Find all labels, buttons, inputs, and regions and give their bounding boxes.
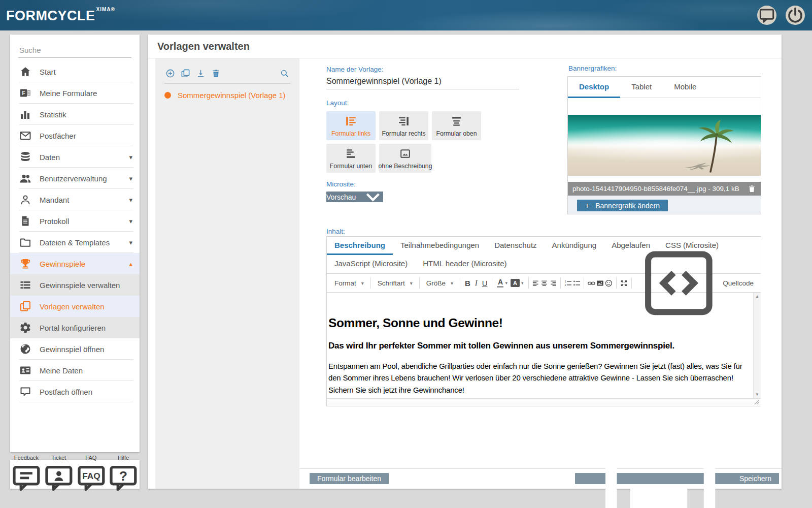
layout-option-formular-oben[interactable]: Formular oben bbox=[432, 111, 481, 140]
save-button[interactable]: Speichern bbox=[575, 473, 779, 484]
sidebar-item-benutzerverwaltung[interactable]: Benutzerverwaltung▾ bbox=[10, 168, 140, 189]
sidebar-item-protokoll[interactable]: Protokoll▾ bbox=[10, 210, 140, 232]
link-button[interactable] bbox=[587, 277, 596, 290]
sidebar-item-label: Mandant bbox=[40, 196, 69, 204]
layout-bottom-icon bbox=[345, 147, 357, 160]
sidebar-item-daten[interactable]: Daten▾ bbox=[10, 146, 140, 168]
layout-label: Layout: bbox=[326, 99, 490, 107]
bubble-person-icon bbox=[43, 462, 75, 494]
power-icon bbox=[786, 6, 805, 25]
sidebar-item-meine-formulare[interactable]: FMeine Formulare bbox=[10, 82, 140, 104]
download-template-button[interactable] bbox=[196, 69, 206, 78]
content-tab-javascript-microsite[interactable]: JavaScript (Microsite) bbox=[327, 255, 415, 273]
underline-button[interactable]: U bbox=[481, 277, 489, 290]
smiley-button[interactable] bbox=[604, 277, 613, 290]
sidebar-item-mandant[interactable]: Mandant▾ bbox=[10, 189, 140, 210]
microsite-preview-dropdown[interactable]: Vorschau bbox=[326, 192, 383, 202]
content-tab-datenschutz[interactable]: Datenschutz bbox=[487, 237, 544, 255]
help-item-ticket[interactable]: Ticket bbox=[43, 455, 75, 494]
sidebar-item-start[interactable]: Start bbox=[10, 61, 140, 82]
bg-color-button[interactable]: A▾ bbox=[509, 279, 525, 287]
layout-image-icon bbox=[399, 147, 412, 160]
ordered-list-button[interactable]: 12 bbox=[564, 277, 572, 290]
svg-text:1: 1 bbox=[565, 279, 566, 282]
align-center-button[interactable] bbox=[540, 277, 549, 290]
sidebar-item-gewinnspiele[interactable]: Gewinnspiele▴ bbox=[10, 253, 140, 274]
sidebar-item-postfaecher[interactable]: Postfächer bbox=[10, 125, 140, 146]
main-header: Vorlagen verwalten bbox=[148, 35, 782, 58]
layout-option-formular-unten[interactable]: Formular unten bbox=[326, 144, 376, 173]
maximize-button[interactable] bbox=[620, 277, 628, 290]
chevron-down-icon: ▾ bbox=[129, 217, 132, 225]
banner-tab-mobile[interactable]: Mobile bbox=[663, 77, 707, 98]
app-window: FORMCYCLEXIMA® StartFMeine FormulareStat… bbox=[0, 0, 812, 508]
user-icon bbox=[19, 194, 31, 206]
template-list-item[interactable]: Sommergewinnspiel (Vorlage 1) bbox=[155, 84, 299, 107]
sidebar-item-gewinnspiele-verwalten[interactable]: Gewinnspiele verwalten bbox=[10, 274, 140, 296]
add-template-button[interactable] bbox=[165, 69, 175, 78]
size-dropdown-label: Größe bbox=[426, 279, 446, 287]
layout-option-label: Formular unten bbox=[330, 163, 372, 170]
scroll-down-icon[interactable]: ▼ bbox=[754, 392, 761, 397]
unordered-list-button[interactable] bbox=[572, 277, 581, 290]
content-tab-html-header-microsite[interactable]: HTML header (Microsite) bbox=[415, 255, 514, 273]
sidebar-item-gewinnspiel-oeffnen[interactable]: Gewinnspiel öffnen bbox=[10, 338, 140, 360]
delete-banner-icon[interactable] bbox=[748, 184, 756, 193]
align-right-button[interactable] bbox=[549, 277, 557, 290]
text-color-button[interactable]: A▾ bbox=[495, 278, 509, 288]
chevron-down-icon bbox=[363, 187, 383, 207]
home-icon bbox=[19, 66, 31, 78]
help-item-hilfe[interactable]: Hilfe? bbox=[107, 455, 140, 494]
change-banner-button[interactable]: + Bannergrafik ändern bbox=[577, 200, 668, 211]
delete-template-button[interactable] bbox=[211, 69, 221, 78]
sidebar-item-dateien-templates[interactable]: Dateien & Templates▾ bbox=[10, 232, 140, 253]
sidebar-item-portal-konfigurieren[interactable]: Portal konfigurieren bbox=[10, 317, 140, 338]
search-icon[interactable] bbox=[280, 69, 289, 78]
layout-option-label: Formular links bbox=[331, 130, 370, 137]
font-dropdown[interactable]: Schriftart▾ bbox=[374, 279, 416, 287]
help-item-label: FAQ bbox=[85, 455, 96, 461]
content-tab-beschreibung[interactable]: Beschreibung bbox=[327, 237, 393, 255]
chevron-down-icon: ▾ bbox=[451, 280, 453, 286]
search-input[interactable] bbox=[18, 43, 131, 58]
microsite-preview-label: Vorschau bbox=[326, 193, 356, 201]
duplicate-template-button[interactable] bbox=[181, 69, 190, 78]
layout-option-label: Formular oben bbox=[436, 130, 477, 137]
layout-left-icon bbox=[345, 115, 357, 128]
format-dropdown[interactable]: Format▾ bbox=[331, 279, 367, 287]
content-tab-teilnahmebedingungen[interactable]: Teilnahmebedingungen bbox=[393, 237, 487, 255]
editor-content[interactable]: Sommer, Sonne und Gewinne! Das wird Ihr … bbox=[327, 293, 753, 398]
mail-icon bbox=[19, 130, 31, 142]
bold-button[interactable]: B bbox=[463, 277, 472, 290]
scroll-up-icon[interactable]: ▲ bbox=[754, 294, 761, 299]
plus-icon: + bbox=[585, 202, 589, 210]
template-name-input[interactable] bbox=[326, 75, 519, 89]
layout-option-formular-links[interactable]: Formular links bbox=[326, 111, 376, 140]
sidebar-item-label: Protokoll bbox=[40, 217, 69, 226]
layout-option-ohne-beschreibung[interactable]: ohne Beschreibung bbox=[379, 144, 431, 173]
italic-button[interactable]: I bbox=[472, 277, 481, 290]
content-tab-ank-ndigung[interactable]: Ankündigung bbox=[545, 237, 604, 255]
banner-tab-desktop[interactable]: Desktop bbox=[568, 77, 620, 98]
sidebar-item-meine-daten[interactable]: Meine Daten bbox=[10, 360, 140, 381]
size-dropdown[interactable]: Größe▾ bbox=[423, 279, 457, 287]
layout-option-formular-rechts[interactable]: Formular rechts bbox=[379, 111, 428, 140]
edit-form-button[interactable]: Formular bearbeiten bbox=[310, 473, 389, 484]
font-dropdown-label: Schriftart bbox=[378, 279, 405, 287]
sidebar-item-postfach-oeffnen[interactable]: Postfach öffnen bbox=[10, 381, 140, 402]
image-button[interactable] bbox=[596, 277, 604, 290]
chat-square-icon bbox=[19, 386, 31, 398]
chevron-down-icon: ▾ bbox=[129, 153, 132, 161]
feedback-chat-button[interactable] bbox=[757, 6, 776, 25]
editor-scrollbar[interactable]: ▲ ▼ bbox=[753, 293, 761, 398]
sidebar-item-vorlagen-verwalten[interactable]: Vorlagen verwalten bbox=[10, 296, 140, 317]
logout-button[interactable] bbox=[786, 6, 805, 25]
resize-grip-icon[interactable] bbox=[754, 399, 760, 405]
sidebar-item-label: Vorlagen verwalten bbox=[40, 302, 105, 311]
status-dot bbox=[164, 92, 171, 99]
help-item-faq[interactable]: FAQFAQ bbox=[75, 455, 108, 494]
help-item-feedback[interactable]: Feedback bbox=[10, 455, 43, 494]
align-left-button[interactable] bbox=[532, 277, 540, 290]
banner-tab-tablet[interactable]: Tablet bbox=[620, 77, 663, 98]
sidebar-item-statistik[interactable]: Statistik bbox=[10, 104, 140, 125]
